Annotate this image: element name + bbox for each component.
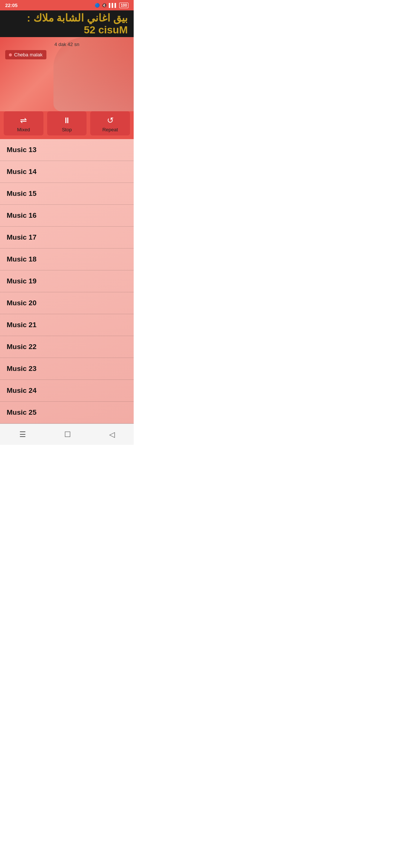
- repeat-label: Repeat: [102, 127, 118, 132]
- player-info: 4 dak 42 sn Cheba malak: [0, 37, 134, 62]
- back-nav-button[interactable]: ◁: [102, 428, 122, 440]
- music-list-item-20[interactable]: Music 20: [0, 292, 134, 314]
- music-list-item-22[interactable]: Music 22: [0, 336, 134, 358]
- mute-icon: 🔇: [102, 3, 107, 8]
- navigation-bar: ☰ ☐ ◁: [0, 424, 134, 445]
- menu-icon: ☰: [19, 430, 26, 438]
- menu-nav-button[interactable]: ☰: [12, 428, 33, 440]
- player-duration: 4 dak 42 sn: [5, 40, 128, 49]
- back-icon: ◁: [109, 430, 115, 438]
- stop-icon: ⏸: [63, 116, 71, 125]
- music-list: Music 13Music 14Music 15Music 16Music 17…: [0, 139, 134, 424]
- header-banner: بيق اغاني الشابة ملاك : Music 25: [0, 10, 134, 37]
- bluetooth-icon: 🔵: [95, 3, 100, 8]
- battery-indicator: 100: [119, 3, 128, 8]
- music-list-item-15[interactable]: Music 15: [0, 183, 134, 205]
- music-list-item-23[interactable]: Music 23: [0, 358, 134, 380]
- artist-tag: Cheba malak: [5, 50, 46, 59]
- music-list-item-16[interactable]: Music 16: [0, 205, 134, 227]
- music-list-item-19[interactable]: Music 19: [0, 270, 134, 292]
- status-icons: 🔵 🔇 ▌▌▌ 100: [95, 3, 128, 8]
- player-section: 4 dak 42 sn Cheba malak: [0, 37, 134, 111]
- stop-label: Stop: [62, 127, 72, 132]
- music-list-item-25[interactable]: Music 25: [0, 402, 134, 424]
- artist-name: Cheba malak: [14, 52, 43, 57]
- mixed-label: Mixed: [17, 127, 30, 132]
- music-list-item-18[interactable]: Music 18: [0, 249, 134, 270]
- home-icon: ☐: [64, 430, 71, 438]
- music-list-item-14[interactable]: Music 14: [0, 161, 134, 183]
- repeat-icon: ↺: [107, 116, 114, 125]
- status-time: 22:05: [5, 3, 17, 8]
- artist-dot-icon: [9, 53, 12, 56]
- stop-button[interactable]: ⏸ Stop: [47, 111, 87, 135]
- music-list-item-24[interactable]: Music 24: [0, 380, 134, 402]
- controls-bar: ⇌ Mixed ⏸ Stop ↺ Repeat: [0, 111, 134, 139]
- page-title: بيق اغاني الشابة ملاك : Music 25: [6, 12, 128, 36]
- repeat-button[interactable]: ↺ Repeat: [90, 111, 130, 135]
- mixed-button[interactable]: ⇌ Mixed: [4, 111, 43, 135]
- status-bar: 22:05 🔵 🔇 ▌▌▌ 100: [0, 0, 134, 10]
- music-list-item-17[interactable]: Music 17: [0, 227, 134, 249]
- music-list-item-21[interactable]: Music 21: [0, 314, 134, 336]
- mixed-icon: ⇌: [20, 116, 27, 125]
- music-list-item-13[interactable]: Music 13: [0, 139, 134, 161]
- signal-icon: ▌▌▌: [109, 3, 117, 7]
- music-items-container: Music 13Music 14Music 15Music 16Music 17…: [0, 139, 134, 424]
- home-nav-button[interactable]: ☐: [57, 428, 78, 440]
